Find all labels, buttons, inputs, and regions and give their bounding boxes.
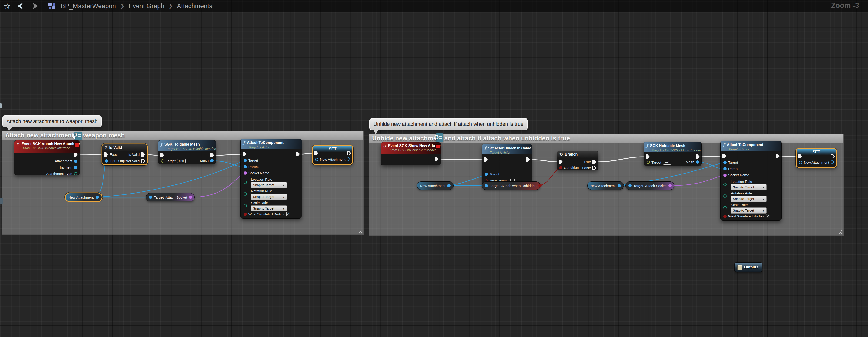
wire-object[interactable] <box>93 160 243 197</box>
node-is-valid[interactable]: ? Is Valid Exec Is Valid Input Object Is… <box>102 145 147 164</box>
pin-exec-in[interactable] <box>559 159 563 164</box>
pin-target-self[interactable]: Target self <box>647 160 671 165</box>
self-value-box[interactable]: self <box>177 159 186 163</box>
node-event-sgk-show-new-attachment[interactable]: ◇ Event SGK Show New Attachment From BP … <box>381 142 440 165</box>
pin-mesh-out[interactable]: Mesh <box>686 160 699 164</box>
clipped-node[interactable] <box>0 198 3 204</box>
pin-parent[interactable]: Parent <box>723 167 739 171</box>
pin-exec-out[interactable] <box>526 157 530 162</box>
pin-false-out[interactable]: False <box>582 165 596 170</box>
pin-exec-out[interactable] <box>831 154 835 158</box>
forward-arrow-icon[interactable] <box>30 2 39 10</box>
pill-get-attach-socket[interactable]: Target Attach Socket <box>146 193 194 201</box>
pin-target[interactable]: Target <box>485 172 499 176</box>
breadcrumb-blueprint[interactable]: BP_MasterWeapon <box>61 3 116 10</box>
scale-rule-dropdown[interactable]: Snap to Target <box>251 205 287 211</box>
pin-weld-simulated-bodies[interactable]: Weld Simulated Bodies <box>244 212 290 216</box>
node-set-new-attachment[interactable]: SET New Attachment <box>797 149 836 167</box>
rotation-rule-dropdown[interactable]: Snap to Target <box>731 196 767 202</box>
pin-new-attachment-out[interactable] <box>831 160 834 164</box>
wire-bool[interactable] <box>537 168 559 186</box>
pin-new-attachment-in[interactable]: New Attachment <box>799 160 829 164</box>
pin-inv-item[interactable]: Inv Item <box>60 165 77 169</box>
wire-exec[interactable] <box>300 153 315 154</box>
pin-exec-out[interactable] <box>347 151 351 155</box>
pill-get-attach-when-unhidden[interactable]: Target Attach when Unhidden <box>482 182 540 189</box>
node-attach-to-component[interactable]: ƒ AttachToComponent Target is Actor Targ… <box>241 139 302 218</box>
pin-label: Inv Item <box>60 165 72 169</box>
wire-exec[interactable] <box>214 154 243 155</box>
weld-checkbox[interactable] <box>766 214 770 218</box>
pin-exec-out[interactable] <box>296 152 300 156</box>
breadcrumb-event-graph[interactable]: Event Graph <box>129 3 164 10</box>
weld-checkbox[interactable] <box>286 212 290 216</box>
pin-rotation-rule[interactable] <box>244 192 247 195</box>
pin-attachment-type[interactable]: Attachment Type <box>46 172 77 176</box>
pin-socket-name[interactable]: Socket Name <box>723 173 749 177</box>
location-rule-dropdown[interactable]: Snap to Target <box>251 182 287 188</box>
pin-weld-simulated-bodies[interactable]: Weld Simulated Bodies <box>723 214 770 218</box>
wire-exec[interactable] <box>146 155 160 155</box>
pin-exec-in[interactable] <box>484 157 488 162</box>
pin-scale-rule[interactable] <box>244 204 247 207</box>
pin-exec-in[interactable] <box>722 154 726 158</box>
object-pin-icon <box>628 184 632 187</box>
pin-exec-in[interactable] <box>314 151 318 155</box>
wire-exec[interactable] <box>597 157 645 162</box>
pin-exec-out[interactable] <box>435 157 439 161</box>
pin-new-attachment-in[interactable]: New Attachment <box>315 157 345 161</box>
pin-rotation-rule[interactable] <box>723 194 726 198</box>
pin-attachment[interactable]: Attachment <box>55 159 77 163</box>
pin-exec-in[interactable] <box>646 154 650 159</box>
breadcrumb-attachments[interactable]: Attachments <box>177 3 212 10</box>
wire-exec[interactable] <box>79 155 104 155</box>
pin-exec-in[interactable] <box>160 153 164 157</box>
pin-target[interactable]: Target <box>723 160 738 164</box>
pin-location-rule[interactable] <box>723 183 726 186</box>
self-value-box[interactable]: self <box>663 160 671 165</box>
wire-exec[interactable] <box>530 159 559 162</box>
pin-condition[interactable]: Condition <box>559 165 579 170</box>
node-branch[interactable]: ⟲ Branch True Condition False <box>557 151 598 170</box>
wire-object[interactable] <box>93 161 105 197</box>
node-sgk-holdable-mesh[interactable]: ƒ SGK Holdable Mesh Target is BP SGKHold… <box>644 142 702 165</box>
node-set-new-attachment[interactable]: SET New Attachment <box>313 146 352 164</box>
pin-exec-in[interactable] <box>243 152 247 156</box>
favorite-star-icon[interactable]: ☆ <box>4 0 11 12</box>
node-attach-to-component[interactable]: ƒ AttachToComponent Target is Actor Targ… <box>720 141 781 220</box>
node-outputs[interactable]: Outputs <box>735 263 762 272</box>
pin-scale-rule[interactable] <box>723 206 726 209</box>
pill-get-attach-socket[interactable]: Target Attach Socket <box>626 182 674 189</box>
pill-get-new-attachment[interactable]: New Attachment <box>588 182 624 189</box>
pin-parent[interactable]: Parent <box>244 165 259 168</box>
wire-object[interactable] <box>212 161 243 167</box>
pin-true-out[interactable]: True <box>584 159 596 164</box>
pin-exec-out[interactable] <box>210 153 214 157</box>
wire-name[interactable] <box>671 175 723 186</box>
pin-target-self[interactable]: Target self <box>161 159 186 163</box>
node-sgk-holdable-mesh[interactable]: ƒ SGK Holdable Mesh Target is BP SGKHold… <box>158 141 216 164</box>
pin-is-not-valid-out[interactable]: Is Not Valid <box>122 159 145 163</box>
rotation-rule-dropdown[interactable]: Snap to Target <box>251 194 287 200</box>
pin-exec-out[interactable] <box>776 154 780 158</box>
pill-get-new-attachment[interactable]: New Attachment <box>66 193 102 201</box>
pin-exec-in[interactable] <box>798 154 802 158</box>
wire-exec[interactable] <box>439 159 484 159</box>
node-set-actor-hidden-in-game[interactable]: ƒ Set Actor Hidden In Game Target is Act… <box>482 144 532 183</box>
pin-new-attachment-out[interactable] <box>347 157 350 161</box>
back-arrow-icon[interactable] <box>16 2 25 10</box>
wire-exec[interactable] <box>700 156 722 157</box>
pin-exec-out[interactable] <box>696 154 700 159</box>
pin-exec-out[interactable] <box>74 153 78 157</box>
pin-mesh-out[interactable]: Mesh <box>200 159 214 162</box>
pin-target[interactable]: Target <box>244 158 258 162</box>
scale-rule-dropdown[interactable]: Snap to Target <box>731 208 767 214</box>
pin-exec-in[interactable]: Exec <box>104 152 118 157</box>
node-event-sgk-attach-new-attachment[interactable]: ◇ Event SGK Attach New Attachment From B… <box>14 141 80 175</box>
location-rule-dropdown[interactable]: Snap to Target <box>731 184 767 190</box>
pill-get-new-attachment[interactable]: New Attachment <box>417 182 453 189</box>
pin-is-valid-out[interactable]: Is Valid <box>128 152 145 157</box>
pin-location-rule[interactable] <box>244 181 247 184</box>
pin-socket-name[interactable]: Socket Name <box>244 171 269 175</box>
wire-name[interactable] <box>191 173 243 197</box>
